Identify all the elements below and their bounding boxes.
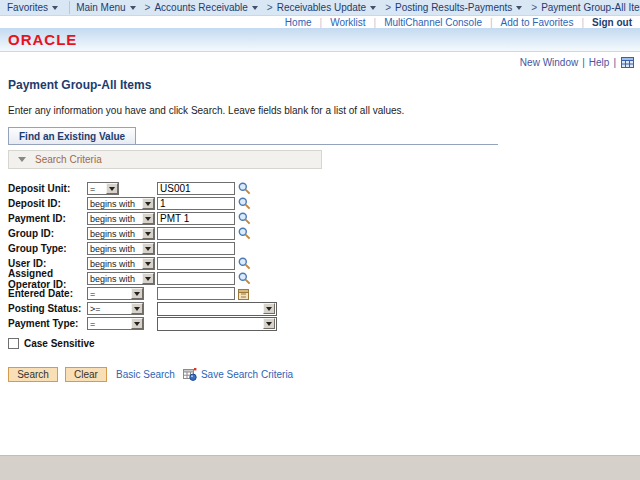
payment-id-input[interactable]: [157, 212, 235, 225]
dropdown-arrow-icon: [263, 318, 275, 329]
utility-links: New Window | Help |: [8, 57, 634, 68]
group-type-input[interactable]: [157, 242, 235, 255]
search-criteria-label: Search Criteria: [35, 154, 102, 165]
chevron-down-icon: [52, 6, 58, 10]
payment-id-operator[interactable]: begins with: [87, 212, 155, 225]
field-label: Payment Type:: [8, 318, 87, 329]
page-title: Payment Group-All Items: [8, 78, 634, 92]
worklist-link[interactable]: Worklist: [330, 17, 365, 28]
row-user-id: User ID: begins with: [8, 256, 634, 271]
save-search-icon: [183, 368, 197, 381]
dropdown-arrow-icon: [263, 303, 275, 314]
breadcrumb-main-menu[interactable]: Main Menu: [76, 2, 125, 13]
personalize-page-icon[interactable]: [621, 57, 634, 68]
row-group-id: Group ID: begins with: [8, 226, 634, 241]
dropdown-arrow-icon: [131, 318, 143, 329]
breadcrumb-favorites[interactable]: Favorites: [7, 2, 48, 13]
dropdown-arrow-icon: [131, 303, 143, 314]
search-button[interactable]: Search: [8, 367, 58, 382]
breadcrumb-item-payment-group-all-items: Payment Group-All Items: [541, 2, 640, 13]
breadcrumb-item-accounts-receivable[interactable]: Accounts Receivable: [154, 2, 247, 13]
home-link[interactable]: Home: [285, 17, 312, 28]
dropdown-arrow-icon: [142, 213, 154, 224]
multichannel-console-link[interactable]: MultiChannel Console: [384, 17, 482, 28]
breadcrumb-separator: >: [145, 2, 151, 13]
field-label: Payment ID:: [8, 213, 87, 224]
field-label: Group Type:: [8, 243, 87, 254]
user-id-operator[interactable]: begins with: [87, 257, 155, 270]
deposit-unit-operator[interactable]: =: [87, 182, 119, 195]
payment-id-lookup-icon[interactable]: [238, 212, 251, 225]
new-window-link[interactable]: New Window: [520, 57, 578, 68]
calendar-icon[interactable]: [238, 288, 249, 300]
entered-date-input[interactable]: [157, 287, 235, 300]
divider: [69, 1, 70, 14]
group-type-operator[interactable]: begins with: [87, 242, 155, 255]
field-label: Group ID:: [8, 228, 87, 239]
deposit-id-input[interactable]: [157, 197, 235, 210]
field-label: Entered Date:: [8, 288, 87, 299]
row-posting-status: Posting Status: >=: [8, 301, 634, 316]
breadcrumb-item-receivables-update[interactable]: Receivables Update: [277, 2, 367, 13]
deposit-id-operator[interactable]: begins with: [87, 197, 155, 210]
dropdown-arrow-icon: [106, 183, 118, 194]
case-sensitive-checkbox[interactable]: [8, 338, 19, 349]
case-sensitive-row: Case Sensitive: [8, 338, 634, 349]
entered-date-operator[interactable]: =: [87, 287, 144, 300]
collapse-triangle-icon: [18, 157, 26, 162]
tab-find-an-existing-value[interactable]: Find an Existing Value: [8, 127, 136, 144]
field-label: Assigned Operator ID:: [8, 268, 87, 290]
assigned-operator-id-lookup-icon[interactable]: [238, 272, 251, 285]
deposit-id-lookup-icon[interactable]: [238, 197, 251, 210]
deposit-unit-input[interactable]: [157, 182, 235, 195]
assigned-operator-id-input[interactable]: [157, 272, 235, 285]
assigned-operator-id-operator[interactable]: begins with: [87, 272, 155, 285]
group-id-lookup-icon[interactable]: [238, 227, 251, 240]
oracle-logo: ORACLE: [8, 31, 77, 48]
sign-out-link[interactable]: Sign out: [592, 17, 632, 28]
posting-status-select[interactable]: [157, 302, 277, 316]
breadcrumb-separator: >: [385, 2, 391, 13]
dropdown-arrow-icon: [142, 228, 154, 239]
group-id-operator[interactable]: begins with: [87, 227, 155, 240]
row-group-type: Group Type: begins with: [8, 241, 634, 256]
separator: |: [582, 57, 585, 68]
page-content: New Window | Help | Payment Group-All It…: [0, 52, 640, 382]
dropdown-arrow-icon: [142, 198, 154, 209]
field-label: Deposit ID:: [8, 198, 87, 209]
save-search-criteria-link[interactable]: Save Search Criteria: [201, 369, 293, 380]
posting-status-operator[interactable]: >=: [87, 302, 144, 315]
search-form: Deposit Unit: = Deposit ID: begins with …: [8, 181, 634, 331]
row-payment-id: Payment ID: begins with: [8, 211, 634, 226]
dropdown-arrow-icon: [142, 273, 154, 284]
breadcrumb-separator: >: [267, 2, 273, 13]
group-id-input[interactable]: [157, 227, 235, 240]
add-to-favorites-link[interactable]: Add to Favorites: [501, 17, 574, 28]
breadcrumb-separator: >: [531, 2, 537, 13]
row-assigned-operator-id: Assigned Operator ID: begins with: [8, 271, 634, 286]
deposit-unit-lookup-icon[interactable]: [238, 182, 251, 195]
separator: |: [320, 17, 323, 28]
breadcrumb-item-posting-results-payments[interactable]: Posting Results-Payments: [395, 2, 512, 13]
payment-type-select[interactable]: [157, 317, 277, 331]
search-criteria-header[interactable]: Search Criteria: [8, 150, 322, 169]
payment-type-operator[interactable]: =: [87, 317, 144, 330]
row-payment-type: Payment Type: =: [8, 316, 634, 331]
row-deposit-unit: Deposit Unit: =: [8, 181, 634, 196]
user-id-input[interactable]: [157, 257, 235, 270]
field-label: Posting Status:: [8, 303, 87, 314]
dropdown-arrow-icon: [142, 258, 154, 269]
case-sensitive-label: Case Sensitive: [24, 338, 95, 349]
separator: |: [490, 17, 493, 28]
clear-button[interactable]: Clear: [65, 367, 107, 382]
basic-search-link[interactable]: Basic Search: [116, 369, 175, 380]
field-label: Deposit Unit:: [8, 183, 87, 194]
header-links: Home | Worklist | MultiChannel Console |…: [0, 16, 640, 28]
chevron-down-icon: [516, 6, 522, 10]
separator: |: [581, 17, 584, 28]
oracle-banner: ORACLE: [0, 28, 640, 52]
help-link[interactable]: Help: [589, 57, 610, 68]
status-bar: [0, 455, 640, 480]
row-entered-date: Entered Date: =: [8, 286, 634, 301]
user-id-lookup-icon[interactable]: [238, 257, 251, 270]
